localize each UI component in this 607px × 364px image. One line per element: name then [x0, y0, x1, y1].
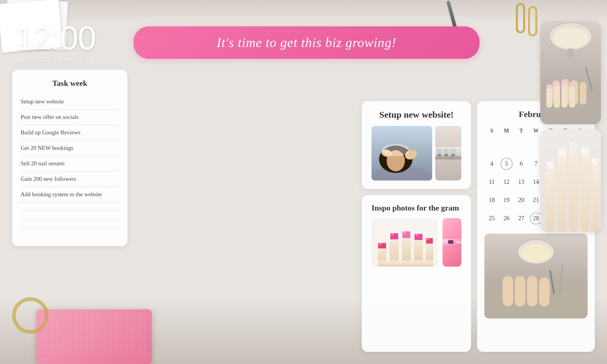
- cal-day-26[interactable]: 26: [499, 209, 514, 228]
- task-item-2[interactable]: Post new offer on socials: [21, 110, 119, 125]
- nails-pink-image-1: [371, 218, 438, 267]
- svg-rect-85: [568, 49, 574, 58]
- svg-rect-98: [569, 83, 575, 87]
- svg-point-51: [450, 243, 450, 243]
- task-item-7[interactable]: Add booking system to the website: [21, 187, 119, 202]
- svg-rect-73: [503, 276, 513, 306]
- svg-rect-92: [554, 84, 560, 108]
- cal-day-4[interactable]: 4: [484, 155, 499, 173]
- svg-point-65: [446, 244, 446, 244]
- svg-rect-59: [459, 241, 460, 241]
- svg-rect-107: [580, 152, 589, 232]
- svg-rect-56: [458, 241, 459, 243]
- svg-rect-95: [547, 84, 552, 89]
- cal-day-27[interactable]: 27: [514, 209, 529, 228]
- cal-day-18[interactable]: 18: [484, 191, 499, 209]
- svg-rect-13: [444, 149, 448, 154]
- center-right-wrapper: Setup new website!: [134, 70, 595, 352]
- task-item-1[interactable]: Setup new website: [21, 94, 119, 110]
- cal-day-25[interactable]: 25: [484, 209, 499, 228]
- svg-point-69: [444, 244, 445, 244]
- clock-time: 12:00: [15, 21, 124, 55]
- empty-line-1: [21, 211, 119, 211]
- cal-day-11[interactable]: 11: [484, 173, 499, 191]
- svg-rect-58: [459, 241, 460, 244]
- cal-day-19[interactable]: 19: [499, 191, 514, 209]
- svg-rect-105: [569, 147, 578, 232]
- inspo-title: Inspo photos for the gram: [371, 204, 461, 213]
- banner: It's time to get this biz growing!: [134, 26, 480, 59]
- svg-point-63: [446, 243, 446, 244]
- task-item-5[interactable]: Sell 20 nail serums: [21, 156, 119, 171]
- center-column: Setup new website!: [362, 101, 471, 352]
- svg-rect-74: [515, 276, 525, 306]
- svg-rect-57: [458, 240, 459, 241]
- svg-rect-40: [427, 238, 429, 240]
- hair-wash-image: [371, 126, 432, 180]
- cal-day-5[interactable]: 5: [499, 155, 514, 173]
- cal-day-20[interactable]: 20: [514, 191, 529, 209]
- svg-rect-39: [415, 234, 418, 236]
- cal-empty: [514, 136, 529, 155]
- svg-rect-27: [390, 236, 399, 264]
- task-item-3[interactable]: Build up Google Reviews: [21, 125, 119, 140]
- svg-point-67: [446, 243, 446, 243]
- task-item-6[interactable]: Gain 200 new followers: [21, 171, 119, 187]
- svg-point-21: [439, 147, 442, 148]
- nails-pink-image-2: [443, 218, 461, 267]
- svg-point-50: [451, 242, 451, 242]
- svg-rect-89: [580, 82, 586, 105]
- svg-rect-52: [456, 241, 457, 243]
- svg-rect-29: [402, 235, 411, 264]
- right-phone-frames: [540, 21, 601, 232]
- task-panel-title: Task week: [21, 79, 119, 88]
- svg-rect-36: [379, 243, 381, 245]
- svg-point-22: [447, 147, 449, 148]
- svg-point-64: [445, 243, 446, 244]
- svg-point-66: [445, 244, 445, 244]
- task-panel: Task week Setup new website Post new off…: [12, 70, 127, 246]
- svg-point-47: [451, 241, 451, 241]
- svg-point-70: [445, 242, 446, 243]
- svg-rect-33: [426, 241, 433, 264]
- cal-day-6[interactable]: 6: [514, 155, 529, 173]
- svg-point-62: [446, 244, 446, 244]
- task-item-4[interactable]: Get 20 NEW bookings: [21, 140, 119, 156]
- cal-header-s1: S: [484, 125, 499, 136]
- banner-text: It's time to get this biz growing!: [217, 35, 396, 50]
- svg-point-48: [449, 242, 449, 242]
- svg-rect-111: [548, 162, 550, 164]
- svg-rect-60: [460, 241, 461, 244]
- svg-rect-20: [452, 154, 454, 154]
- svg-rect-37: [391, 234, 394, 235]
- svg-rect-101: [546, 166, 555, 232]
- inspo-images: [371, 218, 461, 267]
- svg-point-46: [450, 241, 450, 241]
- svg-point-6: [382, 144, 409, 156]
- svg-rect-53: [456, 240, 457, 241]
- phone-frame-top: [540, 21, 601, 124]
- cal-day-13[interactable]: 13: [514, 173, 529, 191]
- cal-empty: [499, 136, 514, 155]
- empty-line-2: [21, 220, 119, 220]
- svg-rect-18: [445, 154, 448, 154]
- svg-point-45: [449, 241, 449, 241]
- clock-area: 12:00 Monday, 1 January 2024: [12, 21, 127, 64]
- salon-image: [435, 126, 461, 180]
- clock-date: Monday, 1 January 2024: [15, 56, 124, 64]
- svg-rect-96: [554, 82, 560, 86]
- svg-rect-91: [546, 86, 552, 108]
- svg-point-68: [447, 244, 447, 244]
- svg-rect-97: [562, 81, 567, 86]
- svg-rect-35: [378, 261, 433, 267]
- svg-rect-44: [449, 240, 453, 243]
- svg-rect-114: [582, 147, 584, 150]
- svg-point-84: [553, 27, 588, 49]
- svg-rect-8: [435, 156, 461, 159]
- svg-rect-103: [557, 153, 566, 232]
- cal-day-12[interactable]: 12: [499, 173, 514, 191]
- phone-image-nail-tech: [484, 234, 588, 318]
- featured-images: [371, 126, 461, 180]
- svg-rect-38: [403, 232, 406, 234]
- svg-rect-61: [460, 241, 461, 241]
